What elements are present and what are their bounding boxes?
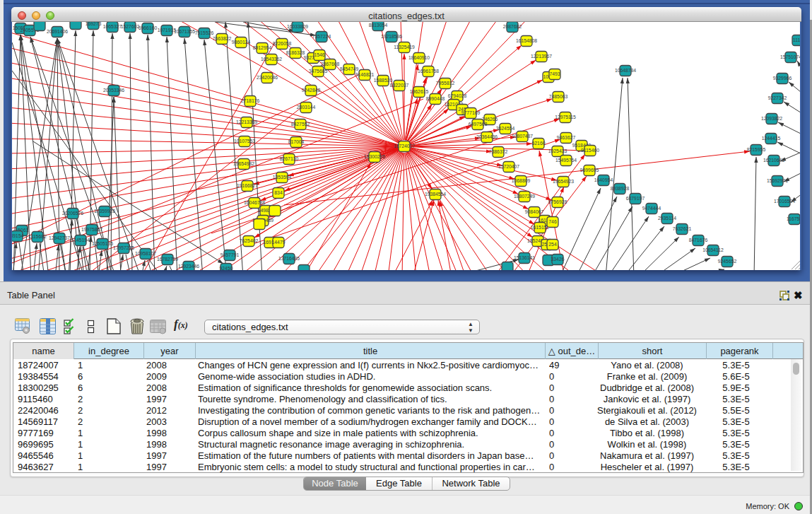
svg-text:16210643: 16210643: [763, 158, 784, 163]
svg-text:12213967: 12213967: [531, 54, 552, 59]
svg-text:13716485: 13716485: [278, 256, 300, 261]
svg-text:17957225: 17957225: [113, 245, 134, 250]
svg-text:10958107: 10958107: [135, 251, 156, 256]
svg-text:19975867: 19975867: [81, 227, 102, 232]
svg-text:10671355: 10671355: [174, 29, 195, 34]
svg-text:20053346: 20053346: [103, 88, 124, 93]
svg-text:8813054: 8813054: [369, 23, 388, 28]
svg-text:12923446: 12923446: [178, 264, 199, 269]
svg-text:9777169: 9777169: [461, 110, 481, 115]
svg-text:8471676: 8471676: [689, 238, 708, 243]
svg-text:19384554: 19384554: [425, 192, 446, 197]
svg-text:14479: 14479: [272, 240, 286, 245]
svg-text:169273: 169273: [86, 22, 102, 26]
svg-text:9860124: 9860124: [232, 40, 251, 45]
svg-text:8322037: 8322037: [390, 83, 409, 88]
svg-text:9245652: 9245652: [718, 259, 737, 264]
svg-text:1640954: 1640954: [594, 177, 613, 182]
svg-text:7663822: 7663822: [213, 36, 232, 41]
svg-text:12505135: 12505135: [92, 241, 113, 246]
svg-text:7515526: 7515526: [195, 30, 214, 35]
svg-text:7625402: 7625402: [240, 238, 259, 243]
svg-text:9115460: 9115460: [581, 148, 599, 153]
svg-text:6966160: 6966160: [139, 25, 158, 30]
svg-text:7493: 7493: [549, 71, 560, 76]
svg-text:7632621: 7632621: [673, 226, 692, 231]
svg-text:9463627: 9463627: [557, 135, 576, 140]
svg-text:9699695: 9699695: [580, 168, 599, 173]
svg-text:9227342: 9227342: [768, 95, 787, 100]
svg-text:92450: 92450: [220, 266, 233, 270]
svg-text:7485063: 7485063: [549, 94, 568, 99]
svg-text:2803144: 2803144: [297, 105, 316, 110]
svg-text:8756928: 8756928: [548, 199, 567, 204]
svg-text:12942737: 12942737: [49, 235, 70, 240]
svg-text:3475685: 3475685: [309, 69, 328, 74]
svg-text:746266: 746266: [482, 117, 498, 122]
svg-text:15692971: 15692971: [767, 178, 788, 183]
svg-text:20364436: 20364436: [476, 134, 498, 139]
svg-text:20691406: 20691406: [47, 29, 68, 34]
svg-text:1115682: 1115682: [28, 234, 47, 239]
svg-text:9457791: 9457791: [220, 252, 240, 257]
svg-text:817004: 817004: [288, 139, 305, 144]
svg-text:62160: 62160: [532, 141, 546, 146]
svg-text:18300295: 18300295: [364, 154, 385, 159]
svg-text:8186328: 8186328: [286, 50, 305, 55]
svg-text:20206576: 20206576: [62, 211, 83, 216]
svg-text:1145194: 1145194: [71, 238, 90, 243]
svg-text:2718176: 2718176: [241, 98, 260, 103]
svg-text:17016504: 17016504: [774, 199, 795, 204]
svg-text:18807249: 18807249: [514, 194, 535, 199]
svg-text:16033809: 16033809: [287, 24, 308, 29]
svg-text:1615152: 1615152: [531, 225, 550, 230]
svg-text:18724007: 18724007: [394, 144, 415, 148]
svg-text:19654923: 19654923: [553, 179, 574, 184]
svg-text:834: 834: [274, 190, 283, 195]
svg-text:12213369: 12213369: [236, 119, 257, 124]
svg-text:9474444: 9474444: [642, 206, 661, 211]
svg-text:6879197: 6879197: [626, 196, 645, 201]
svg-text:8427552: 8427552: [291, 122, 310, 127]
svg-text:1962615: 1962615: [410, 89, 429, 94]
svg-text:15720407: 15720407: [498, 164, 519, 169]
svg-text:9329966: 9329966: [773, 76, 792, 81]
svg-text:10807487: 10807487: [512, 134, 533, 139]
svg-text:1546: 1546: [314, 52, 324, 57]
svg-text:9242848: 9242848: [302, 88, 321, 93]
svg-text:1588520: 1588520: [374, 78, 393, 83]
svg-text:116753: 116753: [787, 216, 800, 221]
svg-text:17359928: 17359928: [94, 209, 115, 214]
svg-text:12093822: 12093822: [761, 116, 782, 121]
svg-text:11325419: 11325419: [394, 45, 415, 49]
svg-text:15136141: 15136141: [514, 255, 535, 260]
svg-text:19166827: 19166827: [237, 183, 258, 188]
svg-text:1244415: 1244415: [762, 136, 781, 141]
svg-text:7386372: 7386372: [489, 149, 508, 154]
svg-text:1353594: 1353594: [273, 175, 292, 180]
svg-text:6794028: 6794028: [448, 93, 467, 98]
svg-text:8226058: 8226058: [273, 41, 292, 46]
svg-text:1527602: 1527602: [121, 24, 140, 29]
svg-text:19654982: 19654982: [233, 161, 254, 166]
svg-text:1112: 1112: [793, 37, 800, 42]
svg-text:7357224: 7357224: [312, 34, 331, 39]
svg-text:1025433: 1025433: [548, 148, 567, 153]
svg-text:8990448: 8990448: [426, 96, 445, 101]
svg-text:6497568: 6497568: [469, 122, 488, 127]
svg-text:8912954: 8912954: [253, 45, 272, 50]
svg-text:8215955: 8215955: [747, 147, 766, 152]
svg-text:15495764: 15495764: [555, 158, 577, 163]
svg-text:16154808: 16154808: [516, 38, 537, 43]
svg-text:39154: 39154: [12, 233, 24, 238]
svg-text:2935114: 2935114: [658, 216, 676, 221]
svg-text:12975115: 12975115: [555, 115, 576, 119]
svg-text:8267130: 8267130: [280, 156, 299, 161]
svg-text:16046788: 16046788: [244, 200, 265, 205]
svg-text:746: 746: [548, 219, 557, 224]
svg-text:1065327: 1065327: [103, 24, 122, 29]
svg-text:16543362: 16543362: [261, 57, 282, 62]
svg-text:9084067: 9084067: [525, 209, 544, 214]
svg-text:9146821: 9146821: [355, 72, 375, 77]
svg-text:16782759: 16782759: [157, 257, 178, 262]
